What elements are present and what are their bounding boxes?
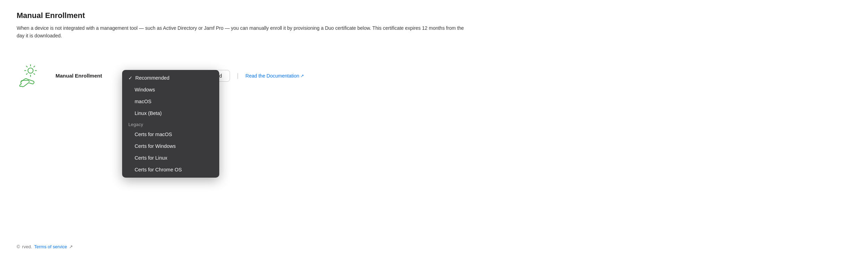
os-dropdown-menu: Recommended Windows macOS Linux (Beta) L… <box>122 70 219 178</box>
page-description: When a device is not integrated with a m… <box>17 24 468 40</box>
dropdown-item-certs-windows[interactable]: Certs for Windows <box>122 140 219 152</box>
page-container: Manual Enrollment When a device is not i… <box>0 0 868 259</box>
dropdown-item-certs-chromeos[interactable]: Certs for Chrome OS <box>122 164 219 176</box>
dropdown-item-certs-linux[interactable]: Certs for Linux <box>122 152 219 164</box>
read-documentation-link[interactable]: Read the Documentation ↗ <box>246 73 304 79</box>
pipe-divider: | <box>237 72 239 79</box>
svg-point-0 <box>28 68 33 73</box>
dropdown-group-recommended[interactable]: Recommended <box>122 72 219 84</box>
dropdown-item-windows[interactable]: Windows <box>122 84 219 96</box>
copyright-symbol: © <box>17 244 20 249</box>
recommended-label: Recommended <box>135 75 169 81</box>
page-title: Manual Enrollment <box>17 11 851 20</box>
action-area: Add | Read the Documentation ↗ <box>205 70 304 82</box>
dropdown-item-linux-beta[interactable]: Linux (Beta) <box>122 107 219 119</box>
enrollment-row: Manual Enrollment Recommended ▾ Recommen… <box>17 54 851 98</box>
enrollment-label: Manual Enrollment <box>56 73 111 79</box>
rights-text: rved. <box>22 244 32 249</box>
manual-enrollment-icon <box>17 62 44 90</box>
page-footer: © rved. Terms of service ↗ <box>17 244 73 249</box>
os-dropdown-wrapper: Recommended ▾ Recommended Windows macOS … <box>122 70 192 82</box>
terms-of-service-link[interactable]: Terms of service <box>34 244 67 249</box>
terms-external-icon: ↗ <box>69 244 73 249</box>
external-link-icon: ↗ <box>300 73 304 78</box>
dropdown-item-macos[interactable]: macOS <box>122 96 219 107</box>
doc-link-label: Read the Documentation <box>246 73 299 79</box>
dropdown-item-certs-macos[interactable]: Certs for macOS <box>122 128 219 140</box>
dropdown-group-legacy-label: Legacy <box>122 119 219 128</box>
